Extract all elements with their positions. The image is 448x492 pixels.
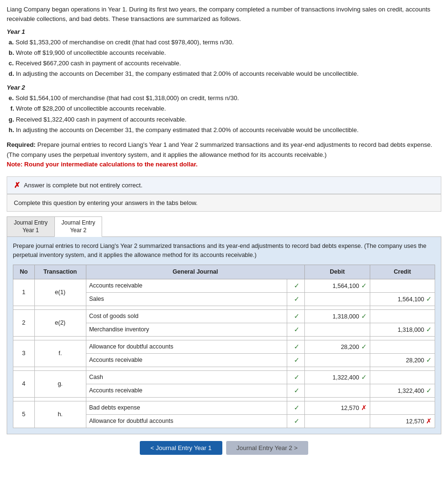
- row-transaction: h.: [34, 401, 86, 428]
- credit-correct-icon: ✓: [426, 326, 432, 333]
- row-check: ✓: [287, 401, 305, 414]
- row-debit: 28,200✓: [305, 340, 370, 353]
- check-icon: ✓: [294, 295, 300, 303]
- row-credit: 1,564,100✓: [370, 292, 435, 306]
- next-button[interactable]: Journal Entry Year 2 >: [226, 441, 308, 455]
- row-check: ✓: [287, 414, 305, 428]
- row-no: 3: [13, 340, 35, 367]
- spacer-row: [13, 306, 435, 309]
- row-debit: [305, 353, 370, 367]
- col-header-debit: Debit: [305, 265, 370, 279]
- row-account: Merchandise inventory: [86, 323, 287, 336]
- debit-correct-icon: ✓: [361, 373, 367, 381]
- tab-description: Prepare journal entries to record Liang'…: [13, 242, 435, 260]
- intro-paragraph: Liang Company began operations in Year 1…: [7, 5, 441, 23]
- row-transaction: g.: [34, 370, 86, 397]
- row-check: ✓: [287, 323, 305, 336]
- row-no: 2: [13, 309, 35, 336]
- row-account: Allowance for doubtful accounts: [86, 414, 287, 428]
- journal-table: No Transaction General Journal Debit Cre…: [13, 265, 435, 428]
- table-row: 4g.Cash✓1,322,400✓: [13, 370, 435, 384]
- required-section: Required: Prepare journal entries to rec…: [7, 140, 441, 170]
- year1-title: Year 1: [7, 28, 441, 35]
- table-row: 3f.Allowance for doubtful accounts✓28,20…: [13, 340, 435, 353]
- row-debit: 1,564,100✓: [305, 279, 370, 292]
- year2-title: Year 2: [7, 84, 441, 91]
- check-icon: ✓: [294, 404, 300, 411]
- tabs-row: Journal Entry Year 1 Journal Entry Year …: [7, 216, 441, 237]
- back-button[interactable]: < Journal Entry Year 1: [140, 441, 222, 455]
- table-row: 2e(2)Cost of goods sold✓1,318,000✓: [13, 309, 435, 323]
- row-account: Cost of goods sold: [86, 309, 287, 323]
- nav-buttons: < Journal Entry Year 1 Journal Entry Yea…: [7, 441, 441, 455]
- debit-incorrect-icon: ✗: [361, 404, 367, 411]
- check-icon: ✓: [294, 282, 300, 289]
- error-icon: ✗: [14, 181, 20, 190]
- row-check: ✓: [287, 279, 305, 292]
- row-account: Accounts receivable: [86, 353, 287, 367]
- row-account: Allowance for doubtful accounts: [86, 340, 287, 353]
- tab-journal-entry-year1[interactable]: Journal Entry Year 1: [7, 216, 54, 237]
- row-credit: 1,318,000✓: [370, 323, 435, 336]
- row-debit: 12,570✗: [305, 401, 370, 414]
- row-account: Sales: [86, 292, 287, 306]
- spacer-row: [13, 367, 435, 370]
- credit-correct-icon: ✓: [426, 387, 432, 394]
- row-credit: [370, 279, 435, 292]
- row-no: 1: [13, 279, 35, 306]
- row-check: ✓: [287, 370, 305, 384]
- table-row: 1e(1)Accounts receivable✓1,564,100✓: [13, 279, 435, 292]
- row-account: Accounts receivable: [86, 384, 287, 397]
- row-debit: [305, 384, 370, 397]
- col-header-no: No: [13, 265, 35, 279]
- row-account: Bad debts expense: [86, 401, 287, 414]
- row-check: ✓: [287, 353, 305, 367]
- col-header-credit: Credit: [370, 265, 435, 279]
- spacer-row: [13, 336, 435, 340]
- credit-correct-icon: ✓: [426, 356, 432, 364]
- row-credit: 28,200✓: [370, 353, 435, 367]
- year2-transactions: e. Sold $1,564,100 of merchandise (that …: [9, 93, 441, 135]
- debit-correct-icon: ✓: [361, 282, 367, 289]
- check-icon: ✓: [294, 356, 300, 364]
- tab-content-year2: Prepare journal entries to record Liang'…: [7, 236, 441, 434]
- row-no: 5: [13, 401, 35, 428]
- spacer-row: [13, 397, 435, 401]
- row-no: 4: [13, 370, 35, 397]
- credit-correct-icon: ✓: [426, 295, 432, 303]
- check-icon: ✓: [294, 373, 300, 381]
- row-check: ✓: [287, 340, 305, 353]
- row-credit: [370, 340, 435, 353]
- row-debit: 1,322,400✓: [305, 370, 370, 384]
- row-credit: [370, 309, 435, 323]
- check-icon: ✓: [294, 417, 300, 425]
- check-icon: ✓: [294, 343, 300, 350]
- credit-incorrect-icon: ✗: [426, 417, 432, 425]
- row-debit: 1,318,000✓: [305, 309, 370, 323]
- debit-correct-icon: ✓: [361, 343, 367, 350]
- check-icon: ✓: [294, 312, 300, 320]
- row-account: Accounts receivable: [86, 279, 287, 292]
- debit-correct-icon: ✓: [361, 312, 367, 320]
- row-debit: [305, 292, 370, 306]
- row-transaction: e(2): [34, 309, 86, 336]
- complete-box: Complete this question by entering your …: [7, 194, 441, 212]
- answer-banner: ✗ Answer is complete but not entirely co…: [7, 176, 441, 194]
- row-credit: [370, 370, 435, 384]
- row-debit: [305, 323, 370, 336]
- row-transaction: e(1): [34, 279, 86, 306]
- check-icon: ✓: [294, 387, 300, 394]
- row-credit: 12,570✗: [370, 414, 435, 428]
- row-debit: [305, 414, 370, 428]
- row-credit: [370, 401, 435, 414]
- row-credit: 1,322,400✓: [370, 384, 435, 397]
- row-check: ✓: [287, 384, 305, 397]
- tab-journal-entry-year2[interactable]: Journal Entry Year 2: [54, 216, 103, 237]
- check-icon: ✓: [294, 326, 300, 333]
- row-check: ✓: [287, 292, 305, 306]
- col-header-general-journal: General Journal: [86, 265, 305, 279]
- row-check: ✓: [287, 309, 305, 323]
- year1-transactions: a. Sold $1,353,200 of merchandise on cre…: [9, 37, 441, 79]
- col-header-transaction: Transaction: [34, 265, 86, 279]
- tabs-container: Journal Entry Year 1 Journal Entry Year …: [7, 216, 441, 434]
